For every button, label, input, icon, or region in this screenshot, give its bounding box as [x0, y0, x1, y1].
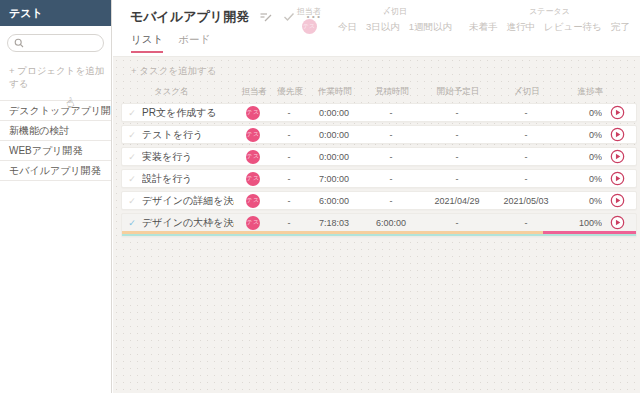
- column-header: 〆切日: [495, 86, 559, 98]
- status-filter-option[interactable]: 完了: [611, 21, 630, 34]
- task-priority: -: [272, 174, 306, 184]
- task-name: PR文を作成する: [142, 106, 234, 120]
- status-filter-label: ステータス: [529, 6, 570, 16]
- deadline-filter-option[interactable]: 3日以内: [366, 21, 400, 34]
- page-title: モバイルアプリ開発: [130, 8, 249, 26]
- status-filter-option[interactable]: 未着手: [469, 21, 498, 34]
- add-task-button[interactable]: + タスクを追加する: [131, 65, 637, 78]
- deadline-filter-option[interactable]: 1週間以内: [409, 21, 452, 34]
- assignee-avatar[interactable]: テス: [246, 194, 260, 208]
- tab-board[interactable]: ボード: [178, 33, 210, 53]
- project-header: モバイルアプリ開発 ··· リスト ボード 担当者 テス 〆切日: [113, 0, 640, 57]
- table-row[interactable]: ✓ デザインの詳細を決める テス - 6:00:00 - 2021/04/29 …: [121, 191, 637, 210]
- assignee-filter-avatar[interactable]: テス: [302, 19, 317, 34]
- task-start-date: -: [420, 152, 494, 162]
- task-estimate-time: 6:00:00: [362, 218, 420, 228]
- task-work-time: 6:00:00: [306, 196, 362, 206]
- assignee-avatar[interactable]: テス: [246, 150, 260, 164]
- table-row[interactable]: ✓ 実装を行う テス - 0:00:00 - - - 0%: [121, 147, 637, 166]
- task-progress: 100%: [558, 218, 602, 228]
- project-search-box[interactable]: [7, 34, 104, 52]
- task-start-date: 2021/04/29: [420, 196, 494, 206]
- deadline-filter-option[interactable]: 今日: [338, 21, 357, 34]
- assignee-avatar[interactable]: テス: [246, 106, 260, 120]
- column-header: 見積時間: [363, 86, 421, 98]
- start-timer-button[interactable]: [602, 127, 632, 142]
- task-name: 設計を行う: [142, 172, 234, 186]
- complete-check-icon[interactable]: ✓: [122, 218, 142, 228]
- task-estimate-time: -: [362, 174, 420, 184]
- start-timer-button[interactable]: [602, 105, 632, 120]
- deadline-filter-label: 〆切日: [383, 6, 407, 16]
- task-progress: 0%: [558, 174, 602, 184]
- task-start-date: -: [420, 174, 494, 184]
- sidebar-item-project[interactable]: 新機能の検討: [0, 121, 111, 141]
- task-deadline: -: [494, 218, 558, 228]
- app-window: テスト + プロジェクトを追加する デスクトップアプリ開発新機能の検討WEBアプ…: [0, 0, 640, 393]
- start-timer-button[interactable]: [602, 193, 632, 208]
- main-panel: モバイルアプリ開発 ··· リスト ボード 担当者 テス 〆切日: [113, 0, 640, 393]
- sidebar-item-project[interactable]: デスクトップアプリ開発: [0, 101, 111, 121]
- task-progress: 0%: [558, 196, 602, 206]
- tab-list[interactable]: リスト: [131, 33, 163, 53]
- search-icon: [14, 38, 24, 48]
- task-deadline: -: [494, 130, 558, 140]
- complete-check-icon[interactable]: ✓: [122, 130, 142, 140]
- complete-check-icon[interactable]: ✓: [122, 152, 142, 162]
- task-deadline: -: [494, 152, 558, 162]
- table-row[interactable]: ✓ 設計を行う テス - 7:00:00 - - - 0%: [121, 169, 637, 188]
- complete-check-icon[interactable]: ✓: [122, 108, 142, 118]
- task-work-time: 0:00:00: [306, 152, 362, 162]
- start-timer-button[interactable]: [602, 171, 632, 186]
- task-priority: -: [272, 218, 306, 228]
- task-priority: -: [272, 196, 306, 206]
- task-work-time: 0:00:00: [306, 108, 362, 118]
- sidebar: テスト + プロジェクトを追加する デスクトップアプリ開発新機能の検討WEBアプ…: [0, 0, 112, 393]
- column-header: 開始予定日: [421, 86, 495, 98]
- complete-check-icon[interactable]: ✓: [122, 174, 142, 184]
- task-start-date: -: [420, 130, 494, 140]
- task-progress: 0%: [558, 130, 602, 140]
- column-header: 進捗率: [559, 86, 603, 98]
- project-list: デスクトップアプリ開発新機能の検討WEBアプリ開発モバイルアプリ開発: [0, 101, 111, 181]
- start-timer-button[interactable]: [602, 149, 632, 164]
- filter-bar: 担当者 テス 〆切日 今日3日以内1週間以内 ステータス 未着手進行中レビュー待…: [297, 6, 630, 35]
- task-estimate-time: -: [362, 196, 420, 206]
- table-row[interactable]: ✓ PR文を作成する テス - 0:00:00 - - - 0%: [121, 103, 637, 122]
- table-row[interactable]: ✓ デザインの大枠を決める テス - 7:18:03 6:00:00 - - 1…: [121, 213, 637, 237]
- column-header: タスク名: [141, 86, 235, 98]
- assignee-avatar[interactable]: テス: [246, 172, 260, 186]
- task-deadline: -: [494, 174, 558, 184]
- task-estimate-time: -: [362, 108, 420, 118]
- task-work-time: 7:00:00: [306, 174, 362, 184]
- task-progress: 0%: [558, 108, 602, 118]
- table-column-headers: タスク名担当者優先度作業時間見積時間開始予定日〆切日進捗率: [121, 86, 637, 98]
- status-filter-option[interactable]: レビュー待ち: [544, 21, 602, 34]
- task-work-time: 7:18:03: [306, 218, 362, 228]
- task-list-area: + タスクを追加する タスク名担当者優先度作業時間見積時間開始予定日〆切日進捗率…: [113, 57, 640, 393]
- sidebar-item-project[interactable]: モバイルアプリ開発: [0, 161, 111, 181]
- search-input[interactable]: [28, 38, 96, 48]
- assignee-filter-label: 担当者: [297, 6, 321, 16]
- task-start-date: -: [420, 108, 494, 118]
- column-header: 担当者: [235, 86, 273, 98]
- column-header: 優先度: [273, 86, 307, 98]
- assignee-avatar[interactable]: テス: [246, 128, 260, 142]
- edit-project-icon[interactable]: [260, 12, 272, 23]
- start-timer-button[interactable]: [602, 215, 632, 230]
- complete-project-check-icon[interactable]: [283, 12, 295, 22]
- task-estimate-time: -: [362, 152, 420, 162]
- sidebar-item-project[interactable]: WEBアプリ開発: [0, 141, 111, 161]
- add-project-button[interactable]: + プロジェクトを追加する: [0, 57, 111, 101]
- task-deadline: -: [494, 108, 558, 118]
- task-priority: -: [272, 130, 306, 140]
- task-start-date: -: [420, 218, 494, 228]
- task-rows: ✓ PR文を作成する テス - 0:00:00 - - - 0% ✓ テストを行…: [121, 103, 637, 237]
- status-filter-option[interactable]: 進行中: [507, 21, 536, 34]
- complete-check-icon[interactable]: ✓: [122, 196, 142, 206]
- view-tabs: リスト ボード: [113, 33, 640, 53]
- column-header: 作業時間: [307, 86, 363, 98]
- table-row[interactable]: ✓ テストを行う テス - 0:00:00 - - - 0%: [121, 125, 637, 144]
- assignee-avatar[interactable]: テス: [246, 216, 260, 230]
- workspace-title: テスト: [0, 0, 111, 26]
